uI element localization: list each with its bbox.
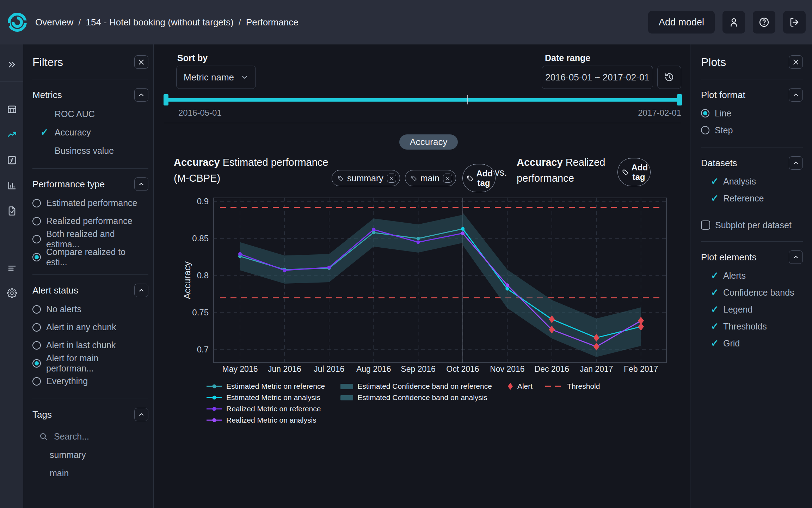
check-icon (41, 127, 49, 138)
radio-plot-format-line[interactable]: Line (701, 105, 803, 122)
plot-elements-collapse-button[interactable] (789, 250, 803, 264)
plot-element-grid[interactable]: Grid (701, 335, 803, 352)
legend-label: Estimated Metric on analysis (226, 393, 320, 402)
breadcrumb-model[interactable]: 154 - Hotel booking (without targets) (86, 17, 234, 28)
user-account-button[interactable] (722, 11, 745, 34)
slider-handle-right[interactable] (677, 94, 682, 105)
expand-sidebar-button[interactable] (6, 59, 18, 71)
section-divider (32, 168, 148, 169)
plot-format-collapse-button[interactable] (789, 88, 803, 102)
check-icon (711, 287, 719, 298)
tags-collapse-button[interactable] (134, 408, 148, 421)
radio-alert-any-chunk[interactable]: Alert in any chunk (32, 318, 148, 336)
breadcrumb: Overview / 154 - Hotel booking (without … (35, 17, 299, 28)
legend-item[interactable]: Realized Metric on reference (207, 405, 325, 413)
reset-date-range-button[interactable] (657, 66, 681, 89)
subplot-per-dataset-toggle[interactable]: Subplot per dataset (701, 217, 803, 233)
checkbox-icon-unchecked (701, 220, 710, 230)
rail-concept-drift-button[interactable] (6, 154, 18, 166)
legend-item[interactable]: Estimated Confidence band on reference (340, 382, 492, 390)
tag-pill-summary[interactable]: summary (332, 170, 400, 186)
logout-button[interactable] (783, 11, 806, 34)
add-model-button[interactable]: Add model (648, 11, 715, 34)
radio-icon-selected (32, 359, 41, 368)
function-icon (7, 155, 17, 165)
metrics-collapse-button[interactable] (134, 88, 148, 102)
radio-alert-last-chunk[interactable]: Alert in last chunk (32, 336, 148, 354)
rail-distribution-button[interactable] (6, 180, 18, 192)
filters-close-button[interactable] (134, 55, 148, 69)
nannyml-logo-icon[interactable] (7, 12, 27, 32)
rail-performance-button[interactable] (6, 129, 18, 141)
radio-icon (32, 235, 41, 243)
legend-item-alert[interactable]: Alert (508, 382, 533, 390)
breadcrumb-separator: / (239, 17, 241, 28)
legend-item-threshold[interactable]: Threshold (545, 382, 600, 390)
tag-filter-summary[interactable]: summary (32, 446, 148, 464)
slider-handle-left[interactable] (164, 94, 168, 105)
radio-everything[interactable]: Everything (32, 372, 148, 390)
plot-element-alerts[interactable]: Alerts (701, 267, 803, 284)
add-tag-button-left[interactable]: Add tag (462, 164, 496, 192)
date-range-slider-track[interactable] (164, 98, 681, 102)
radio-label: Everything (46, 376, 88, 386)
radio-no-alerts[interactable]: No alerts (32, 300, 148, 318)
help-button[interactable] (753, 11, 775, 34)
breadcrumb-performance[interactable]: Performance (246, 17, 299, 28)
radio-estimated-performance[interactable]: Estimated performance (32, 194, 148, 212)
metric-label: ROC AUC (55, 109, 95, 119)
tags-search-input[interactable] (53, 431, 117, 442)
metric-chip-accuracy[interactable]: Accuracy (399, 134, 458, 150)
user-icon (728, 17, 739, 28)
tag-filter-main[interactable]: main (32, 464, 148, 482)
plot-element-confidence-bands[interactable]: Confidence bands (701, 284, 803, 301)
radio-compare-realized-estimated[interactable]: Compare realized to esti... (32, 248, 148, 266)
history-clock-icon (664, 72, 674, 82)
legend-item[interactable]: Estimated Metric on analysis (207, 394, 325, 401)
performance-line-chart[interactable]: 0.70.750.80.850.9May 2016Jun 2016Jul 201… (154, 193, 690, 376)
rail-data-quality-button[interactable] (6, 205, 18, 217)
legend-line-swatch (207, 395, 222, 400)
legend-band-swatch (340, 395, 353, 400)
rail-logs-button[interactable] (6, 262, 18, 274)
logout-icon (789, 17, 800, 28)
dataset-item-reference[interactable]: Reference (701, 190, 803, 207)
performance-type-collapse-button[interactable] (134, 177, 148, 191)
alert-status-collapse-button[interactable] (134, 284, 148, 297)
remove-tag-button[interactable] (443, 174, 452, 183)
legend-item[interactable]: Estimated Confidence band on analysis (340, 394, 492, 401)
plot-element-label: Thresholds (723, 321, 767, 332)
estimated-performance-title: Accuracy Estimated performance (M-CBPE) (174, 155, 329, 186)
data-point (417, 237, 420, 240)
radio-both-realized-estimated[interactable]: Both realized and estima... (32, 230, 148, 248)
plot-format-section-title: Plot format (701, 90, 745, 101)
metric-item-roc-auc[interactable]: ROC AUC (32, 105, 148, 123)
remove-tag-button[interactable] (387, 174, 396, 183)
data-point (461, 227, 465, 231)
metric-item-accuracy[interactable]: Accuracy (32, 123, 148, 141)
sort-by-value: Metric name (184, 72, 234, 83)
radio-realized-performance[interactable]: Realized performance (32, 212, 148, 230)
metric-item-business-value[interactable]: Business value (32, 141, 148, 160)
legend-item[interactable]: Realized Metric on analysis (207, 416, 325, 424)
plot-element-thresholds[interactable]: Thresholds (701, 318, 803, 335)
radio-plot-format-step[interactable]: Step (701, 122, 803, 139)
rail-settings-button[interactable] (6, 287, 18, 299)
legend-item[interactable]: Estimated Metric on reference (207, 382, 325, 390)
plots-close-button[interactable] (789, 55, 803, 69)
y-tick-label: 0.85 (192, 234, 209, 243)
x-tick-label: Nov 2016 (490, 364, 524, 374)
datasets-collapse-button[interactable] (789, 156, 803, 170)
breadcrumb-overview[interactable]: Overview (35, 17, 73, 28)
rail-summary-table-button[interactable] (6, 103, 18, 115)
dataset-item-analysis[interactable]: Analysis (701, 173, 803, 190)
add-tag-button-right[interactable]: Add tag (617, 158, 651, 186)
checkbox-label: Subplot per dataset (715, 220, 792, 230)
plots-panel: Plots Plot format Line Step (690, 44, 812, 508)
radio-alert-main-performance[interactable]: Alert for main performan... (32, 354, 148, 372)
radio-label: Step (715, 125, 733, 135)
date-range-input[interactable] (542, 66, 653, 89)
tag-pill-main[interactable]: main (405, 170, 456, 186)
sort-by-select[interactable]: Metric name (176, 66, 256, 89)
plot-element-legend[interactable]: Legend (701, 301, 803, 318)
